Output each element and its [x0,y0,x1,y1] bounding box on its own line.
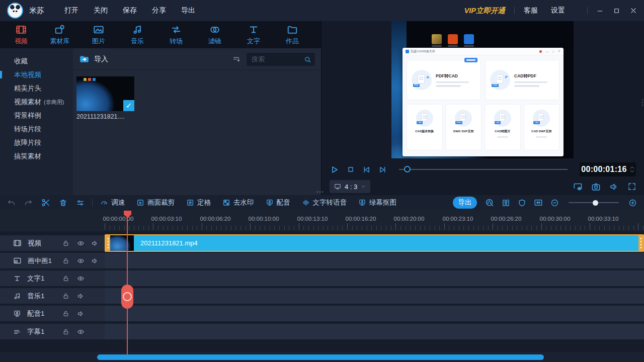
sidebar-item-local-video[interactable]: 本地视频 [0,68,73,81]
visibility-icon[interactable] [77,328,85,335]
sidebar-item-stock-video[interactable]: 视频素材(非商用) [0,95,73,109]
zoom-out-icon[interactable] [550,199,559,207]
lock-icon[interactable] [62,240,69,247]
import-button[interactable]: 导入 [79,54,108,64]
menu-open[interactable]: 打开 [64,6,78,15]
timeline-clip[interactable]: 202111231821.mp4 [105,234,644,252]
cut-icon[interactable] [41,198,50,207]
track-manage-icon[interactable] [76,199,85,207]
menu-close-project[interactable]: 关闭 [94,6,108,15]
lock-icon[interactable] [62,310,69,317]
aspect-ratio-select[interactable]: 4 : 3 [330,180,370,193]
tab-transition[interactable]: 转场 [162,24,190,46]
visibility-icon[interactable] [77,257,85,264]
preview-window-icon [406,50,409,53]
lock-icon[interactable] [62,293,69,300]
sort-icon[interactable] [232,55,240,63]
seek-slider[interactable] [399,169,568,170]
time-up-icon[interactable] [630,166,634,169]
tab-works[interactable]: 作品 [278,24,306,46]
settings-button[interactable]: 设置 [551,6,565,15]
audio-icon[interactable] [77,292,85,300]
microphone-screen-icon [13,310,21,318]
fit-width-icon[interactable] [534,198,543,207]
chroma-button[interactable]: 绿幕抠图 [358,198,396,207]
speed-button[interactable]: 调速 [100,198,125,207]
audio-icon[interactable] [91,257,99,264]
horizontal-scrollbar[interactable] [0,352,644,362]
trim-handle-left[interactable] [106,235,110,251]
audio-icon[interactable] [77,310,85,317]
close-icon[interactable] [630,7,637,14]
tab-music[interactable]: 音乐 [123,24,151,46]
scrollbar-thumb[interactable] [97,354,544,360]
tts-button[interactable]: 文字转语音 [302,198,347,207]
card-pdf-to-cad: PDFA PDF转CAD [407,60,481,100]
panel-splitter-handle[interactable]: ⋮ [638,101,644,104]
track-lane-pip[interactable] [105,253,644,268]
zoom-in-icon[interactable] [628,199,637,207]
track-lane-video[interactable]: 202111231821.mp4 [105,235,644,251]
crop-button[interactable]: 画面裁剪 [136,198,175,207]
snapshot-icon[interactable] [591,182,601,192]
playhead-handle[interactable] [121,285,133,309]
visibility-icon[interactable] [77,239,85,247]
library-icon [54,24,65,35]
horizontal-splitter-handle[interactable]: ••• [316,190,324,195]
tab-image[interactable]: 图片 [85,24,113,46]
support-button[interactable]: 客服 [524,6,538,15]
tab-library[interactable]: 素材库 [46,24,74,46]
tab-text[interactable]: 文字 [239,24,268,46]
redo-icon[interactable] [24,199,33,207]
segment-icon[interactable] [502,199,510,207]
vip-upgrade-button[interactable]: VIP立即开通 [464,6,505,16]
lock-icon[interactable] [62,275,69,282]
zoom-slider-handle[interactable] [593,200,598,206]
freeze-button[interactable]: 定格 [186,198,211,207]
volume-icon[interactable] [609,182,619,192]
export-button[interactable]: 导出 [453,197,477,209]
lock-icon[interactable] [62,257,69,264]
tab-video[interactable]: 视频 [7,24,35,46]
trim-handle-right[interactable] [638,235,643,251]
time-down-icon[interactable] [630,170,634,173]
seek-handle[interactable] [404,166,411,172]
film-reel-icon[interactable] [485,198,494,207]
track-lane-music[interactable] [105,288,644,304]
maximize-icon[interactable] [613,8,620,14]
sidebar-item-glitch[interactable]: 故障片段 [0,136,73,149]
play-icon[interactable] [330,165,339,174]
menu-export[interactable]: 导出 [181,6,195,15]
sidebar-item-funny[interactable]: 搞笑素材 [0,149,73,163]
sidebar-item-intros[interactable]: 精美片头 [0,81,73,95]
fullscreen-icon[interactable] [627,182,636,191]
audio-icon[interactable] [91,239,99,247]
sidebar-item-backgrounds[interactable]: 背景样例 [0,109,73,122]
menu-share[interactable]: 分享 [152,6,166,15]
lock-icon[interactable] [62,328,69,335]
media-item[interactable]: ✓ [76,76,134,111]
undo-icon[interactable] [7,199,16,207]
skip-end-icon[interactable] [378,165,387,174]
watermark-button[interactable]: 去水印 [222,198,254,207]
sidebar-item-transitions[interactable]: 转场片段 [0,122,73,136]
track-lane-voice[interactable] [105,306,644,321]
track-lane-text[interactable] [105,270,644,286]
tab-filter[interactable]: 滤镜 [201,24,229,46]
skip-start-icon[interactable] [362,165,371,174]
track-lane-subtitle[interactable] [105,324,644,339]
magnifier-icon[interactable] [304,56,311,63]
shield-icon[interactable] [518,199,526,207]
display-settings-icon[interactable] [573,182,583,192]
visibility-icon[interactable] [77,275,85,282]
menu-save[interactable]: 保存 [123,6,137,15]
delete-icon[interactable] [59,199,67,207]
preview-avatar [539,50,542,53]
timeline-zoom-slider[interactable] [569,202,619,203]
edit-toolbar: 调速 画面裁剪 定格 去水印 配音 文字转语音 [0,195,644,210]
minimize-icon[interactable] [597,8,603,14]
stop-icon[interactable] [347,165,355,173]
timeline-ruler[interactable]: 00:00:00:00 00:00:03:10 00:00:06:20 00:0… [0,210,644,231]
sidebar-item-favorites[interactable]: 收藏 [0,54,73,68]
dubbing-button[interactable]: 配音 [266,198,290,207]
